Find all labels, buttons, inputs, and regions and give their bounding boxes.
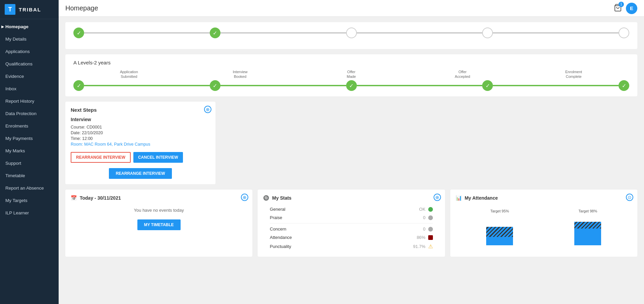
logo-text: TRIBAL: [19, 7, 41, 12]
bar-container-1: [574, 215, 601, 245]
stats-value-2: 0: [423, 226, 425, 232]
course-line-2: [357, 85, 482, 86]
stats-label-1: Praise: [270, 215, 282, 220]
sidebar-item-timetable[interactable]: Timetable: [0, 169, 59, 182]
course-line-3: [493, 85, 619, 86]
sidebar-item-my-targets[interactable]: My Targets: [0, 194, 59, 207]
attendance-icon: 📊: [456, 195, 462, 201]
interview-course: Course: CD0001: [71, 125, 210, 130]
logo-icon: T: [5, 4, 15, 15]
next-steps-card: Next Steps ⊕ Interview Course: CD0001 Da…: [65, 102, 215, 184]
stats-label-2: Concern: [270, 226, 286, 232]
sidebar-item-data-protection[interactable]: Data Protection: [0, 107, 59, 120]
interview-room: Room: MAC Room 64, Park Drive Campus: [71, 142, 210, 147]
stats-indicator-3: [428, 235, 433, 240]
sidebar-item-ilp-learner[interactable]: ILP Learner: [0, 207, 59, 219]
rearrange-interview-btn-solid[interactable]: REARRANGE INTERVIEW: [109, 168, 172, 179]
sidebar-item-qualifications[interactable]: Qualifications: [0, 58, 59, 70]
stats-rows: GeneralOKPraise0Concern0Attendance86%Pun…: [263, 205, 439, 251]
sidebar-item-inbox[interactable]: Inbox: [0, 83, 59, 95]
rearrange-interview-btn-outline[interactable]: REARRANGE INTERVIEW: [71, 152, 131, 163]
my-attendance-card: ⊙ 📊 My Attendance Target 95%Target 98%: [450, 190, 637, 257]
top-progress-line-0: [84, 32, 210, 34]
page-title: Homepage: [65, 4, 614, 12]
main-area: Homepage 1 E ✓✓ A Levels-2 years Applica…: [59, 0, 644, 304]
stats-value-group-1: 0: [423, 215, 433, 220]
sidebar-item-report-absence[interactable]: Report an Absence: [0, 182, 59, 194]
step-label-1: InterviewBooked: [185, 69, 296, 79]
course-step-2: ✓: [346, 80, 357, 91]
top-step-0: ✓: [73, 28, 84, 38]
top-step-2: [346, 28, 357, 38]
interview-date: Date: 22/10/2020: [71, 131, 210, 135]
course-step-1: ✓: [210, 80, 220, 91]
stats-value-0: OK: [419, 207, 426, 212]
attendance-bar-chart: Target 95%Target 98%: [456, 205, 632, 245]
top-progress-track: ✓✓: [73, 28, 629, 38]
bar-fill-1: [574, 222, 601, 245]
attendance-header: 📊 My Attendance: [456, 195, 632, 201]
today-title: Today - 30/11/2021: [80, 195, 121, 201]
interview-time: Time: 12:00: [71, 136, 210, 141]
course-step-4: ✓: [619, 80, 629, 91]
stats-value-group-2: 0: [423, 226, 433, 232]
stats-expand-btn[interactable]: ⊕: [434, 194, 441, 201]
stats-row-praise: Praise0: [263, 213, 439, 222]
interview-section: Interview Course: CD0001 Date: 22/10/202…: [71, 117, 210, 147]
sidebar-item-my-payments[interactable]: My Payments: [0, 132, 59, 145]
cart-icon[interactable]: 1: [614, 4, 622, 13]
sidebar: T TRIBAL HomepageMy DetailsApplicationsQ…: [0, 0, 59, 304]
bottom-row: ⊕ 📅 Today - 30/11/2021 You have no event…: [65, 190, 637, 257]
bar-label-1: Target 98%: [579, 209, 597, 213]
sidebar-item-evidence[interactable]: Evidence: [0, 70, 59, 83]
stats-value-group-4: 91.7%⚠: [413, 243, 433, 250]
topbar: Homepage 1 E: [59, 0, 644, 17]
sidebar-item-my-marks[interactable]: My Marks: [0, 145, 59, 157]
sidebar-item-my-details[interactable]: My Details: [0, 33, 59, 45]
course-progress-section: A Levels-2 years ApplicationSubmittedInt…: [65, 54, 637, 96]
next-steps-expand-btn[interactable]: ⊕: [204, 106, 211, 113]
top-step-4: [619, 28, 629, 38]
interview-action-row: REARRANGE INTERVIEW CANCEL INTERVIEW: [71, 152, 210, 163]
cancel-interview-btn[interactable]: CANCEL INTERVIEW: [133, 152, 183, 163]
today-header: 📅 Today - 30/11/2021: [71, 195, 247, 201]
stats-header: 🔘 My Stats: [263, 195, 439, 201]
stats-label-3: Attendance: [270, 235, 292, 240]
attendance-expand-btn[interactable]: ⊙: [626, 194, 633, 201]
sidebar-item-enrolments[interactable]: Enrolments: [0, 120, 59, 132]
stats-value-group-0: OK: [419, 207, 433, 212]
sidebar-item-report-history[interactable]: Report History: [0, 95, 59, 107]
bar-container-0: [486, 215, 513, 245]
bar-hatch-1: [574, 222, 601, 229]
no-events-text: You have no events today: [71, 208, 247, 213]
bar-group-0: Target 95%: [462, 209, 537, 245]
stats-row-punctuality: Punctuality91.7%⚠: [263, 242, 439, 251]
course-steps-row: ApplicationSubmittedInterviewBookedOffer…: [73, 69, 629, 91]
step-label-0: ApplicationSubmitted: [73, 69, 185, 79]
today-card: ⊕ 📅 Today - 30/11/2021 You have no event…: [65, 190, 252, 257]
stats-indicator-2: [428, 227, 433, 232]
user-avatar[interactable]: E: [626, 3, 637, 14]
main-content-grid: Next Steps ⊕ Interview Course: CD0001 Da…: [65, 102, 637, 184]
top-step-1: ✓: [210, 28, 220, 38]
top-progress-line-2: [357, 32, 482, 34]
stats-icon: 🔘: [263, 195, 269, 201]
sidebar-nav: HomepageMy DetailsApplicationsQualificat…: [0, 19, 59, 304]
content: ✓✓ A Levels-2 years ApplicationSubmitted…: [59, 17, 644, 304]
my-timetable-btn[interactable]: MY TIMETABLE: [137, 219, 181, 230]
stats-indicator-4: ⚠: [428, 243, 433, 250]
course-step-3: ✓: [482, 80, 493, 91]
today-expand-btn[interactable]: ⊕: [241, 194, 248, 201]
sidebar-item-homepage[interactable]: Homepage: [0, 20, 59, 33]
course-step-0: ✓: [73, 80, 84, 91]
stats-divider: [270, 223, 433, 223]
stats-value-4: 91.7%: [413, 244, 426, 249]
topbar-icons: 1 E: [614, 3, 637, 14]
bar-group-1: Target 98%: [551, 209, 625, 245]
cart-badge: 1: [619, 2, 624, 7]
sidebar-item-support[interactable]: Support: [0, 157, 59, 169]
stats-indicator-0: [428, 207, 433, 212]
stats-label-0: General: [270, 207, 285, 212]
stats-row-general: GeneralOK: [263, 205, 439, 213]
sidebar-item-applications[interactable]: Applications: [0, 45, 59, 58]
